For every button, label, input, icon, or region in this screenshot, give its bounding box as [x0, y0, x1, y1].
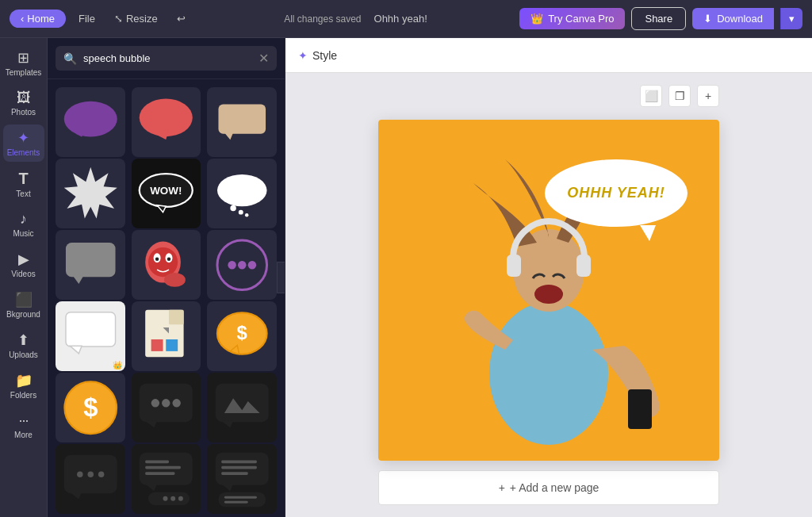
svg-rect-54: [145, 460, 169, 463]
home-button[interactable]: ‹ Home: [10, 10, 66, 28]
list-item[interactable]: [132, 373, 201, 442]
svg-rect-14: [66, 243, 116, 277]
document-title: Ohhh yeah!: [374, 13, 427, 25]
list-item[interactable]: [207, 159, 277, 228]
svg-text:$: $: [83, 393, 98, 422]
svg-rect-27: [66, 312, 116, 347]
list-item[interactable]: WOW!: [132, 159, 201, 228]
sidebar-item-text[interactable]: T Text: [3, 165, 44, 203]
svg-rect-32: [166, 339, 178, 351]
svg-rect-67: [224, 496, 257, 498]
sidebar-item-uploads[interactable]: ⬆ Uploads: [3, 327, 44, 364]
speech-bubble-element[interactable]: OHHH YEAH!: [545, 159, 688, 239]
list-item[interactable]: [132, 301, 201, 371]
main-layout: ⊞ Templates 🖼 Photos ✦ Elements T Text ♪…: [0, 38, 812, 517]
svg-point-13: [245, 213, 248, 216]
svg-point-10: [217, 174, 267, 206]
list-item[interactable]: [132, 230, 201, 300]
svg-rect-64: [221, 465, 257, 469]
sidebar-item-templates[interactable]: ⊞ Templates: [3, 44, 44, 82]
clear-search-icon[interactable]: ✕: [259, 51, 269, 66]
add-page-button[interactable]: + + Add a new page: [378, 470, 719, 505]
svg-rect-65: [221, 472, 248, 475]
sidebar-item-music[interactable]: ♪ Music: [3, 206, 44, 243]
folders-icon: 📁: [15, 372, 33, 389]
list-item[interactable]: $: [56, 373, 125, 442]
svg-point-60: [163, 496, 168, 500]
list-item[interactable]: [207, 87, 277, 157]
resize-button[interactable]: ⤡ Resize: [108, 10, 164, 28]
more-icon: ···: [18, 412, 28, 429]
elements-icon: ✦: [17, 129, 29, 147]
list-item[interactable]: 👑: [56, 301, 125, 371]
chevron-left-icon: ‹: [21, 13, 24, 25]
canvas-toolbar: ✦ Style: [285, 38, 812, 73]
svg-point-49: [77, 472, 82, 477]
svg-point-69: [489, 302, 608, 445]
svg-rect-66: [218, 492, 266, 507]
svg-point-25: [238, 261, 246, 269]
svg-point-59: [170, 496, 175, 500]
svg-text:$: $: [237, 322, 247, 343]
canvas-frame-button[interactable]: ⬜: [640, 85, 662, 107]
uploads-icon: ⬆: [17, 331, 29, 349]
svg-rect-30: [169, 309, 184, 324]
sidebar-item-videos[interactable]: ▶ Videos: [3, 246, 44, 283]
canvas-copy-button[interactable]: ❐: [668, 85, 691, 107]
file-button[interactable]: File: [72, 10, 102, 28]
svg-rect-72: [576, 255, 591, 277]
list-item[interactable]: [207, 373, 277, 442]
svg-point-22: [164, 273, 186, 287]
sidebar-item-background[interactable]: ⬛ Bkground: [3, 286, 44, 324]
svg-point-21: [167, 257, 170, 260]
canva-pro-button[interactable]: 👑 Try Canva Pro: [519, 8, 625, 29]
list-item[interactable]: [56, 159, 125, 228]
svg-point-12: [239, 210, 243, 215]
list-item[interactable]: [132, 444, 201, 514]
svg-rect-56: [145, 472, 174, 475]
share-button[interactable]: Share: [631, 7, 686, 30]
search-input[interactable]: [83, 52, 252, 64]
svg-rect-57: [148, 492, 190, 504]
list-item[interactable]: [132, 87, 201, 157]
bubble-text: OHHH YEAH!: [567, 185, 665, 201]
svg-point-51: [98, 472, 104, 477]
style-button[interactable]: ✦ Style: [298, 49, 337, 62]
download-arrow-button[interactable]: ▾: [780, 8, 802, 29]
canvas-page: OHHH YEAH!: [378, 120, 719, 461]
list-item[interactable]: $: [207, 301, 277, 371]
videos-icon: ▶: [18, 251, 29, 268]
templates-icon: ⊞: [17, 49, 29, 67]
search-box: 🔍 ✕: [56, 46, 277, 71]
canvas-scroll: ⬜ ❐ +: [285, 73, 812, 517]
download-icon: ⬇: [703, 13, 712, 25]
svg-point-50: [87, 472, 93, 477]
list-item[interactable]: [56, 230, 125, 300]
style-wand-icon: ✦: [298, 49, 308, 62]
saved-status: All changes saved: [284, 13, 361, 25]
sidebar-item-more[interactable]: ··· More: [3, 408, 44, 444]
list-item[interactable]: [56, 87, 125, 157]
list-item[interactable]: [56, 444, 125, 514]
svg-marker-9: [157, 205, 166, 213]
svg-marker-45: [221, 421, 233, 428]
canvas-add-button[interactable]: +: [697, 85, 719, 107]
svg-rect-71: [507, 255, 521, 277]
sidebar-item-folders[interactable]: 📁 Folders: [3, 367, 44, 404]
svg-marker-5: [224, 132, 233, 140]
svg-point-58: [178, 496, 183, 500]
list-item[interactable]: [207, 230, 277, 300]
list-item[interactable]: [207, 444, 277, 514]
sidebar-item-elements[interactable]: ✦ Elements: [3, 124, 44, 162]
svg-marker-53: [145, 484, 157, 491]
svg-point-43: [173, 399, 181, 407]
sidebar-item-photos[interactable]: 🖼 Photos: [3, 85, 44, 121]
photos-icon: 🖼: [17, 90, 31, 106]
collapse-panel-button[interactable]: ‹: [277, 262, 285, 293]
undo-button[interactable]: ↩: [170, 10, 192, 28]
download-button[interactable]: ⬇ Download: [692, 8, 774, 29]
background-icon: ⬛: [15, 291, 33, 308]
icon-nav: ⊞ Templates 🖼 Photos ✦ Elements T Text ♪…: [0, 38, 48, 517]
svg-marker-15: [72, 276, 82, 284]
svg-point-26: [248, 261, 256, 269]
